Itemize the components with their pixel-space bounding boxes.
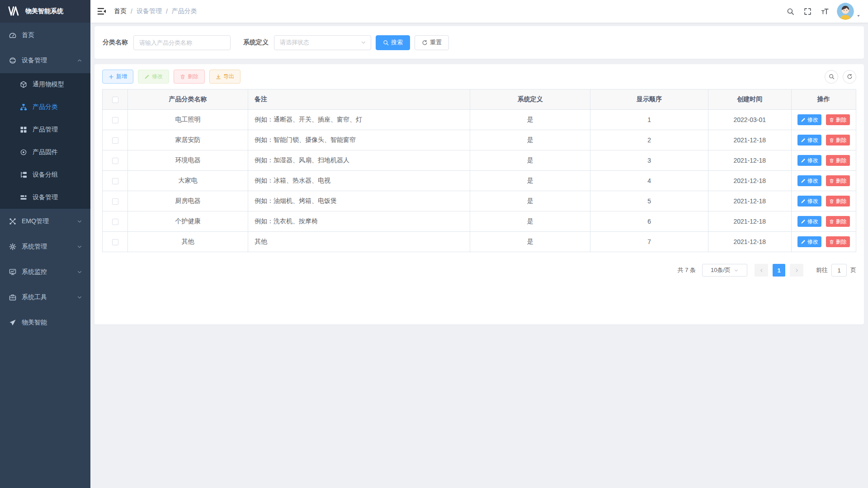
table-row: 环境电器 例如：加湿器、风扇、扫地机器人 是 3 2021-12-18 修改删除 xyxy=(103,150,856,171)
delete-icon xyxy=(180,74,185,80)
cell-system-defined: 是 xyxy=(470,171,590,191)
sidebar-item-system-tools[interactable]: 系统工具 xyxy=(0,285,90,310)
search-form-card: 分类名称 系统定义 请选择状态 搜索 重置 xyxy=(94,26,864,59)
page-number-current[interactable]: 1 xyxy=(773,264,785,277)
row-checkbox[interactable] xyxy=(112,158,118,164)
row-edit-button[interactable]: 修改 xyxy=(797,135,821,145)
row-delete-button[interactable]: 删除 xyxy=(826,196,850,206)
sidebar-item-system-monitor[interactable]: 系统监控 xyxy=(0,259,90,285)
export-button[interactable]: 导出 xyxy=(209,70,241,84)
row-delete-button[interactable]: 删除 xyxy=(826,114,850,125)
avatar xyxy=(837,3,854,20)
sidebar-item-label: EMQ管理 xyxy=(22,217,49,225)
edit-icon xyxy=(801,199,806,204)
breadcrumb: 首页 / 设备管理 / 产品分类 xyxy=(114,7,197,15)
next-page-button[interactable] xyxy=(790,264,803,277)
row-checkbox[interactable] xyxy=(112,137,118,144)
reset-button[interactable]: 重置 xyxy=(415,35,449,50)
sidebar: 物美智能系统 首页 设备管理 通用物模型 产品分类 xyxy=(0,0,90,488)
sidebar-item-label: 系统工具 xyxy=(22,293,47,301)
row-delete-button[interactable]: 删除 xyxy=(826,175,850,186)
fold-icon xyxy=(97,6,107,16)
row-delete-button[interactable]: 删除 xyxy=(826,216,850,227)
toolbox-icon xyxy=(9,294,16,301)
font-size-icon xyxy=(821,8,829,15)
breadcrumb-home[interactable]: 首页 xyxy=(114,7,127,15)
prev-page-button[interactable] xyxy=(755,264,768,277)
row-checkbox[interactable] xyxy=(112,198,118,205)
table-row: 其他 其他 是 7 2021-12-18 修改删除 xyxy=(103,232,856,252)
goto-page-input[interactable] xyxy=(831,264,847,277)
delete-button[interactable]: 删除 xyxy=(174,70,205,84)
app-title: 物美智能系统 xyxy=(25,7,63,15)
sidebar-item-thing-model[interactable]: 通用物模型 xyxy=(0,73,90,96)
row-checkbox[interactable] xyxy=(112,178,118,184)
row-edit-button[interactable]: 修改 xyxy=(797,175,821,186)
page-size-select[interactable]: 10条/页 xyxy=(702,264,747,277)
cell-order: 4 xyxy=(590,171,708,191)
sidebar-item-wumei-smart[interactable]: 物美智能 xyxy=(0,310,90,335)
fullscreen-button[interactable] xyxy=(802,5,813,17)
row-delete-button[interactable]: 删除 xyxy=(826,135,850,145)
pagination-total: 共 7 条 xyxy=(678,266,696,274)
cell-created: 2021-12-18 xyxy=(708,171,792,191)
category-icon xyxy=(20,103,27,111)
sidebar-item-device-management[interactable]: 设备管理 xyxy=(0,48,90,73)
select-all-checkbox[interactable] xyxy=(112,97,118,103)
column-header-system-defined: 系统定义 xyxy=(470,89,590,110)
edit-icon xyxy=(801,138,806,143)
sidebar-item-home[interactable]: 首页 xyxy=(0,23,90,48)
cell-remark: 例如：洗衣机、按摩椅 xyxy=(248,211,470,232)
device-list-icon xyxy=(20,194,27,201)
sidebar-fold-icon[interactable] xyxy=(97,6,107,16)
cell-created: 2021-12-18 xyxy=(708,150,792,171)
search-button[interactable]: 搜索 xyxy=(376,35,410,50)
row-edit-button[interactable]: 修改 xyxy=(797,155,821,166)
system-defined-select[interactable]: 请选择状态 xyxy=(274,35,371,50)
cell-remark: 例如：通断器、开关、插座、窗帘、灯 xyxy=(248,110,470,130)
column-header-name: 产品分类名称 xyxy=(128,89,248,110)
header-search-button[interactable] xyxy=(784,5,796,17)
add-button[interactable]: 新增 xyxy=(102,70,133,84)
row-delete-button[interactable]: 删除 xyxy=(826,236,850,247)
breadcrumb-device-management: 设备管理 xyxy=(137,7,162,15)
refresh-button[interactable] xyxy=(843,70,856,84)
font-size-button[interactable] xyxy=(819,5,830,17)
logo[interactable]: 物美智能系统 xyxy=(0,0,90,23)
sidebar-item-emq[interactable]: EMQ管理 xyxy=(0,209,90,234)
sidebar-item-label: 产品分类 xyxy=(33,103,58,111)
row-edit-button[interactable]: 修改 xyxy=(797,114,821,125)
row-checkbox[interactable] xyxy=(112,117,118,123)
edit-button[interactable]: 修改 xyxy=(138,70,169,84)
sidebar-item-product-firmware[interactable]: 产品固件 xyxy=(0,141,90,164)
sidebar-item-product-category[interactable]: 产品分类 xyxy=(0,96,90,118)
row-edit-button[interactable]: 修改 xyxy=(797,216,821,227)
row-checkbox[interactable] xyxy=(112,239,118,245)
sidebar-item-device-list[interactable]: 设备管理 xyxy=(0,186,90,209)
brand-logo-icon xyxy=(7,5,21,17)
sidebar-item-device-group[interactable]: 设备分组 xyxy=(0,164,90,186)
row-checkbox[interactable] xyxy=(112,219,118,225)
sidebar-item-label: 通用物模型 xyxy=(33,80,64,89)
row-edit-button[interactable]: 修改 xyxy=(797,196,821,206)
table-card: 新增 修改 删除 导出 xyxy=(94,64,864,324)
sidebar-item-system-management[interactable]: 系统管理 xyxy=(0,234,90,259)
sidebar-menu: 首页 设备管理 通用物模型 产品分类 产品管理 xyxy=(0,23,90,335)
table-row: 厨房电器 例如：油烟机、烤箱、电饭煲 是 5 2021-12-18 修改删除 xyxy=(103,191,856,211)
firmware-icon xyxy=(20,149,27,156)
toggle-search-button[interactable] xyxy=(825,70,838,84)
column-header-remark: 备注 xyxy=(248,89,470,110)
sidebar-item-product-management[interactable]: 产品管理 xyxy=(0,118,90,141)
column-header-actions: 操作 xyxy=(791,89,856,110)
navbar-tools xyxy=(779,3,861,20)
user-menu[interactable] xyxy=(837,3,861,20)
category-name-input[interactable] xyxy=(133,35,231,50)
cell-remark: 例如：加湿器、风扇、扫地机器人 xyxy=(248,150,470,171)
chevron-right-icon xyxy=(794,268,799,273)
row-delete-button[interactable]: 删除 xyxy=(826,155,850,166)
cell-order: 6 xyxy=(590,211,708,232)
sidebar-item-label: 产品管理 xyxy=(33,126,58,134)
row-edit-button[interactable]: 修改 xyxy=(797,236,821,247)
group-icon xyxy=(20,171,27,178)
fullscreen-icon xyxy=(804,8,811,15)
